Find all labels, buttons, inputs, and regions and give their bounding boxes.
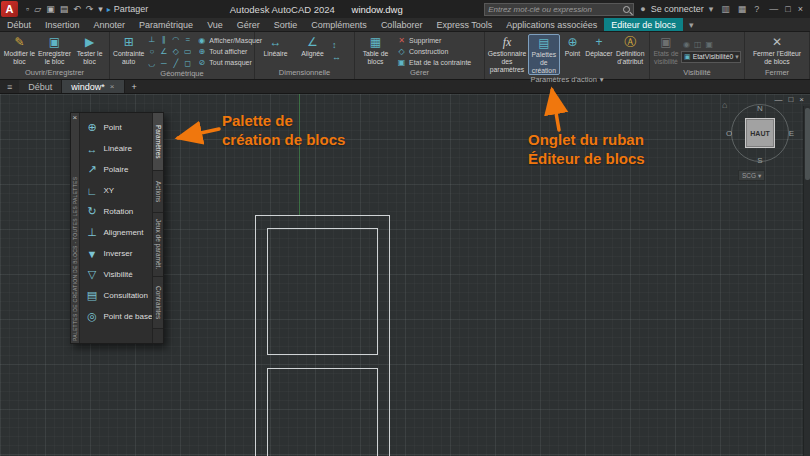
- plot-icon[interactable]: ▤: [60, 4, 69, 14]
- symmetric-constraint-icon[interactable]: ◇: [170, 46, 181, 57]
- help-icon[interactable]: ?: [752, 4, 761, 14]
- minimize-button[interactable]: —: [769, 4, 778, 14]
- test-block-button[interactable]: ▶ Tester le bloc: [73, 34, 106, 68]
- new-drawing-tab-button[interactable]: +: [125, 80, 144, 93]
- horizontal-dim-icon[interactable]: ↔: [332, 52, 341, 62]
- close-button[interactable]: ×: [798, 4, 803, 14]
- authoring-palettes-button[interactable]: ▤ Palettes de création: [528, 34, 560, 75]
- open-file-icon[interactable]: ▱: [34, 4, 41, 14]
- palette-item-xy[interactable]: ∟ XY: [80, 180, 153, 201]
- viewport-close-icon[interactable]: ×: [799, 95, 804, 104]
- ribbon-tab-editeur-de-blocs[interactable]: Editeur de blocs: [604, 18, 683, 31]
- viewport-restore-icon[interactable]: □: [788, 95, 793, 104]
- ribbon-options-caret-icon[interactable]: ▾: [683, 18, 700, 31]
- viewcube-east[interactable]: E: [789, 129, 794, 138]
- search-icon[interactable]: [623, 6, 630, 13]
- parameter-manager-button[interactable]: fx Gestionnaire des paramètres: [488, 34, 526, 75]
- file-tabs-menu-icon[interactable]: ≡: [0, 80, 19, 93]
- attribute-definition-button[interactable]: Ⓐ Définition d'attribut: [615, 34, 647, 75]
- show-hide-button[interactable]: ◉ Afficher/Masquer: [195, 36, 264, 46]
- palette-tab-actions[interactable]: Actions: [153, 171, 163, 213]
- scrollbar-thumb[interactable]: [805, 108, 810, 180]
- viewcube-home-icon[interactable]: ⌂: [722, 100, 727, 110]
- collinear-constraint-icon[interactable]: ─: [158, 58, 169, 69]
- maximize-button[interactable]: □: [785, 4, 790, 14]
- autocad-menu-button[interactable]: A: [1, 1, 18, 17]
- ribbon-tab-express-tools[interactable]: Express Tools: [429, 18, 499, 31]
- horizontal-constraint-icon[interactable]: ▭: [182, 46, 193, 57]
- panel-label-parametres-action[interactable]: Paramètres d'action ▾: [485, 75, 649, 86]
- palette-item-point[interactable]: ⊕ Point: [80, 117, 153, 138]
- modify-block-button[interactable]: ✎ Modifier le bloc: [3, 34, 36, 68]
- palette-close-icon[interactable]: ×: [72, 113, 77, 123]
- make-invisible-icon[interactable]: ◫: [694, 40, 702, 49]
- undo-icon[interactable]: ↶: [73, 4, 81, 14]
- share-button[interactable]: ▸ Partager: [107, 4, 149, 14]
- block-authoring-palette[interactable]: × PALETTES DE CRÉATION DE BLOCS - TOUTES…: [70, 112, 164, 344]
- ribbon-tab-complements[interactable]: Compléments: [304, 18, 374, 31]
- palette-item-lineaire[interactable]: ↔ Linéaire: [80, 138, 153, 159]
- sign-in-button[interactable]: ● Se connecter ▾: [638, 4, 715, 14]
- ribbon-tab-debut[interactable]: Début: [0, 18, 38, 31]
- apps-icon[interactable]: ▦: [736, 4, 749, 14]
- palette-tab-parametres[interactable]: Paramètres: [153, 113, 163, 171]
- move-action-button[interactable]: + Déplacer: [585, 34, 612, 75]
- file-tab-close-icon[interactable]: ×: [110, 82, 115, 91]
- auto-constrain-button[interactable]: ⊞ Contrainte auto: [113, 34, 144, 69]
- perpendicular-constraint-icon[interactable]: ⊥: [146, 34, 157, 45]
- parallel-constraint-icon[interactable]: ∥: [158, 34, 169, 45]
- viewport-minimize-icon[interactable]: —: [774, 95, 782, 104]
- qat-customize-icon[interactable]: ▾: [98, 4, 103, 14]
- file-tab-window[interactable]: window* ×: [62, 80, 124, 93]
- constraint-status-button[interactable]: ▣ Etat de la contrainte: [395, 57, 473, 67]
- visibility-state-dropdown[interactable]: ▣ EtatVisibilité0 ▾: [681, 51, 741, 63]
- palette-tab-contraintes[interactable]: Contraintes: [153, 277, 163, 329]
- viewcube-top-face[interactable]: HAUT: [745, 118, 775, 148]
- ribbon-tab-gerer[interactable]: Gérer: [230, 18, 267, 31]
- ribbon-tab-collaborer[interactable]: Collaborer: [374, 18, 430, 31]
- vertical-scrollbar[interactable]: [803, 106, 810, 456]
- hide-all-button[interactable]: ⊘ Tout masquer: [195, 58, 264, 68]
- viewcube-north[interactable]: N: [757, 104, 763, 113]
- fix-constraint-icon[interactable]: ╱: [170, 58, 181, 69]
- search-input[interactable]: [488, 5, 620, 14]
- construction-button[interactable]: ◇ Construction: [395, 46, 473, 56]
- ribbon-tab-vue[interactable]: Vue: [200, 18, 230, 31]
- make-visible-icon[interactable]: ◉: [683, 40, 690, 49]
- palette-item-polaire[interactable]: ↗ Polaire: [80, 159, 153, 180]
- ribbon-tab-applications-associees[interactable]: Applications associées: [499, 18, 604, 31]
- palette-item-point-de-base[interactable]: ◎ Point de base: [80, 306, 153, 327]
- drawing-area[interactable]: — □ × ⌂ N S O E HAUT SCG ▾ × PALETTES: [0, 94, 810, 456]
- visibility-mode-icon[interactable]: ▣: [706, 40, 714, 49]
- aligned-dim-button[interactable]: ∠ Alignée: [295, 34, 330, 68]
- palette-item-alignement[interactable]: ⊥ Alignement: [80, 222, 153, 243]
- save-icon[interactable]: ▣: [46, 4, 55, 14]
- palette-item-visibilite[interactable]: ▽ Visibilité: [80, 264, 153, 285]
- save-block-button[interactable]: ▣ Enregistrer le bloc: [38, 34, 71, 68]
- close-block-editor-button[interactable]: ✕ Fermer l'Editeur de blocs: [749, 34, 805, 68]
- palette-item-inverser[interactable]: ▼ Inverser: [80, 243, 153, 264]
- viewcube[interactable]: ⌂ N S O E HAUT SCG ▾: [724, 98, 796, 186]
- palette-title-bar[interactable]: × PALETTES DE CRÉATION DE BLOCS - TOUTES…: [71, 113, 80, 343]
- search-box[interactable]: [484, 3, 634, 16]
- ribbon-tab-annoter[interactable]: Annoter: [87, 18, 133, 31]
- coincident-constraint-icon[interactable]: ◻: [182, 58, 193, 69]
- redo-icon[interactable]: ↷: [86, 4, 94, 14]
- vertical-dim-icon[interactable]: ↕: [332, 40, 341, 50]
- smooth-constraint-icon[interactable]: ◡: [146, 58, 157, 69]
- ribbon-tab-sortie[interactable]: Sortie: [267, 18, 305, 31]
- point-parameter-button[interactable]: ⊕ Point: [562, 34, 584, 75]
- ribbon-tab-insertion[interactable]: Insertion: [38, 18, 87, 31]
- viewcube-west[interactable]: O: [726, 129, 732, 138]
- visibility-states-button[interactable]: ▣ Etats de visibilité: [653, 34, 679, 68]
- block-table-button[interactable]: ▦ Table de blocs: [358, 34, 393, 68]
- equal-constraint-icon[interactable]: =: [182, 34, 193, 45]
- palette-item-consultation[interactable]: ▤ Consultation: [80, 285, 153, 306]
- viewcube-south[interactable]: S: [757, 156, 762, 165]
- show-all-button[interactable]: ⊕ Tout afficher: [195, 47, 264, 57]
- file-tab-start[interactable]: Début: [19, 80, 62, 93]
- tangent-constraint-icon[interactable]: ◠: [170, 34, 181, 45]
- delete-constraints-button[interactable]: ✕ Supprimer: [395, 35, 473, 45]
- palette-tab-jeux-de-parametres[interactable]: Jeux de paramèt.: [153, 213, 163, 277]
- angle-constraint-icon[interactable]: ∠: [158, 46, 169, 57]
